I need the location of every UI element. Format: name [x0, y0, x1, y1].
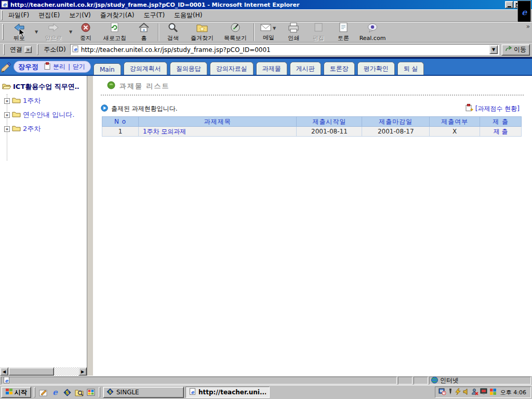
open-folder-icon	[2, 83, 11, 91]
assignment-score-link[interactable]: [과제점수 현황]	[475, 104, 520, 113]
links-drag-handle[interactable]	[3, 44, 5, 56]
status-pane-blank1	[398, 377, 413, 384]
ie-logo-icon: e	[522, 7, 527, 17]
toolbar-drag-handle[interactable]	[2, 24, 4, 40]
tray-scheduler-icon[interactable]	[438, 388, 446, 397]
tab-syllabus[interactable]: 강의계획서	[124, 62, 167, 75]
tray-ime-pen-icon[interactable]	[448, 388, 453, 397]
quicklaunch-drag-handle[interactable]	[34, 387, 35, 398]
green-sphere-icon	[107, 81, 115, 91]
minimize-button[interactable]	[505, 1, 513, 8]
window-title: http://teacher.unitel.co.kr/jsp/study_fr…	[10, 2, 504, 8]
globe-icon	[431, 377, 438, 385]
home-button[interactable]: 홈	[131, 22, 156, 42]
go-icon	[505, 46, 512, 54]
folder-icon	[12, 97, 21, 105]
assignment-title-link[interactable]: 1주차 모의과제	[143, 128, 186, 135]
quicklaunch-single-icon[interactable]: S	[62, 387, 72, 397]
scroll-right-button[interactable]: ▶	[78, 367, 87, 376]
tree-item-week1[interactable]: + 1주차	[2, 96, 86, 105]
frame-splitter[interactable]	[87, 76, 94, 376]
links-chevron[interactable]: »	[24, 46, 32, 53]
tab-evaluation[interactable]: 평가확인	[357, 62, 395, 75]
tray-monitor-icon[interactable]	[480, 388, 488, 397]
scrollbar-track[interactable]	[54, 367, 78, 376]
tray-clock[interactable]: 오후 4:06	[500, 389, 526, 396]
menu-view[interactable]: 보기(V)	[64, 9, 96, 21]
separate-link[interactable]: 분리	[53, 62, 65, 71]
expand-icon[interactable]: +	[4, 126, 10, 132]
tab-materials[interactable]: 강의자료실	[210, 62, 254, 75]
tab-board[interactable]: 게시판	[290, 62, 321, 75]
expand-icon[interactable]: +	[4, 112, 10, 118]
cell-submit: 제 출	[480, 127, 522, 137]
submit-link[interactable]: 제 출	[494, 128, 508, 135]
tasks-drag-handle[interactable]	[99, 387, 100, 398]
main-area: ICT활용수업 직무연‥ + 1주차 + 연수안내 입니다. + 2주차	[0, 76, 532, 376]
task-button-ie-active[interactable]: e http://teacher.uni...	[185, 387, 270, 398]
forward-button[interactable]: 앞으로	[39, 22, 68, 42]
tree-root-node[interactable]: ICT활용수업 직무연‥	[2, 82, 86, 91]
address-drag-handle[interactable]	[37, 44, 38, 56]
sidebar-horizontal-scrollbar[interactable]: ◀ ▶	[0, 367, 87, 376]
score-clipboard-icon	[466, 104, 473, 113]
tray-volume-icon[interactable]	[463, 388, 470, 397]
start-button[interactable]: 시작	[1, 387, 31, 398]
realcom-button[interactable]: Real.com	[356, 22, 389, 42]
toolbar-overflow-chevron[interactable]: »	[526, 23, 530, 30]
clipboard-icon	[44, 62, 50, 71]
tray-power-icon[interactable]	[455, 388, 461, 397]
toolbar-separator	[158, 23, 159, 41]
edit-button[interactable]: 편집	[306, 22, 331, 42]
stop-button[interactable]: 중지	[73, 22, 98, 42]
taskbar: 시작 e S S SINGLE e http://teacher.uni...	[0, 385, 532, 399]
go-button[interactable]: 이동	[501, 44, 530, 56]
forward-dropdown[interactable]: ▼	[68, 30, 73, 34]
quicklaunch-display-icon[interactable]	[86, 387, 96, 397]
task-button-single[interactable]: S SINGLE	[103, 387, 184, 398]
page-title: 과제물 리스트	[119, 82, 170, 91]
refresh-button[interactable]: 새로고침	[98, 22, 131, 42]
tray-display-colors-icon[interactable]	[489, 388, 497, 397]
scroll-left-button[interactable]: ◀	[0, 367, 8, 376]
history-icon	[230, 22, 241, 34]
tab-qna[interactable]: 질의응답	[170, 62, 207, 75]
assignment-content: 과제물 리스트 출제된 과제현황입니다. [과제점수 현황]	[94, 76, 532, 376]
table-header-row: N o 과제제목 제출시작일 제출마감일 제출여부 제 출	[102, 117, 522, 127]
tab-discussion[interactable]: 토론장	[324, 62, 355, 75]
history-button[interactable]: 목록보기	[219, 22, 252, 42]
tree-item-guide[interactable]: + 연수안내 입니다.	[2, 110, 86, 119]
col-title: 과제제목	[138, 117, 297, 127]
tab-assignments[interactable]: 과제물	[256, 62, 287, 75]
quicklaunch-search-icon[interactable]	[74, 387, 84, 397]
menu-file[interactable]: 파일(F)	[4, 9, 34, 21]
print-button[interactable]: 인쇄	[281, 22, 306, 42]
mail-button[interactable]: ▼ 메일	[256, 22, 281, 42]
close-frame-link[interactable]: 닫기	[73, 62, 85, 71]
hand-pen-icon	[1, 62, 15, 75]
expand-icon[interactable]: +	[4, 98, 10, 104]
scrollbar-thumb[interactable]	[8, 367, 54, 376]
search-button[interactable]: 검색	[161, 22, 185, 42]
svg-text:e: e	[3, 2, 7, 7]
tab-exit[interactable]: 퇴 실	[397, 62, 424, 75]
back-dropdown[interactable]: ▼	[34, 30, 39, 34]
favorites-button[interactable]: 즐겨찾기	[185, 22, 219, 42]
ime-pad-icon[interactable]	[38, 387, 48, 397]
tab-main[interactable]: Main	[94, 63, 121, 75]
url-input[interactable]: e http://teacher.unitel.co.kr/jsp/study_…	[70, 44, 499, 55]
tree-item-week2[interactable]: + 2주차	[2, 124, 86, 134]
menu-tools[interactable]: 도구(T)	[139, 9, 169, 21]
menu-edit[interactable]: 편집(E)	[34, 9, 64, 21]
menu-help[interactable]: 도움말(H)	[169, 9, 207, 21]
done-page-icon: e	[3, 377, 10, 385]
tray-offline-user-icon[interactable]	[471, 388, 478, 397]
discuss-button[interactable]: 토론	[331, 22, 356, 42]
url-dropdown-button[interactable]: ▼	[489, 45, 498, 54]
quicklaunch-ie-icon[interactable]: e	[50, 387, 60, 397]
mail-dropdown[interactable]: ▼	[272, 26, 277, 31]
system-tray: 오후 4:06	[435, 387, 531, 398]
menu-favorites[interactable]: 즐겨찾기(A)	[96, 9, 139, 21]
svg-text:e: e	[74, 47, 77, 52]
menu-drag-handle[interactable]	[1, 10, 3, 20]
